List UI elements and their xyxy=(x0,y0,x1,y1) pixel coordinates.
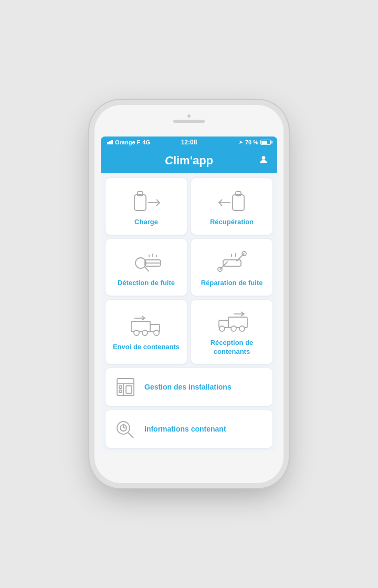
time-label: 12:08 xyxy=(181,139,197,146)
signal-bar-2 xyxy=(109,141,111,144)
svg-point-0 xyxy=(262,156,266,160)
menu-card-recuperation[interactable]: Récupération xyxy=(191,177,273,235)
reception-label: Réception de contenants xyxy=(196,339,267,356)
battery-fill xyxy=(261,141,267,144)
svg-point-21 xyxy=(134,330,139,335)
svg-rect-35 xyxy=(126,386,132,393)
menu-list-item-informations[interactable]: Informations contenant xyxy=(105,410,273,448)
svg-point-7 xyxy=(135,258,146,268)
svg-rect-1 xyxy=(134,195,146,211)
detection-label: Détection de fuite xyxy=(118,279,175,288)
menu-list-item-gestion[interactable]: Gestion des installations xyxy=(105,368,273,406)
menu-card-reception[interactable]: Réception de contenants xyxy=(191,299,273,364)
title-c: C xyxy=(165,154,173,167)
svg-point-28 xyxy=(231,326,236,331)
menu-card-envoi[interactable]: Envoi de contenants xyxy=(105,299,187,364)
envoi-label: Envoi de contenants xyxy=(113,343,180,352)
svg-point-22 xyxy=(142,330,148,335)
envoi-icon xyxy=(132,313,161,338)
profile-icon[interactable] xyxy=(258,154,269,167)
menu-grid: Charge Récupération xyxy=(105,177,273,364)
menu-card-reparation[interactable]: Réparation de fuite xyxy=(191,238,273,296)
main-content: Charge Récupération xyxy=(101,173,277,452)
recuperation-label: Récupération xyxy=(210,218,254,227)
app-header: Clim'app xyxy=(101,148,277,173)
svg-line-38 xyxy=(128,433,133,438)
battery-icon xyxy=(260,140,271,145)
menu-card-charge[interactable]: Charge xyxy=(105,177,187,235)
signal-bar-3 xyxy=(111,140,113,144)
title-rest: lim'app xyxy=(173,154,213,167)
svg-rect-25 xyxy=(228,317,247,328)
detection-icon xyxy=(132,249,161,274)
status-left: Orange F 4G xyxy=(107,139,150,145)
svg-point-23 xyxy=(154,330,159,335)
status-right: ➤ 70 % xyxy=(239,139,271,145)
charge-icon xyxy=(132,188,161,213)
signal-bar-1 xyxy=(107,142,109,144)
phone-shell: Orange F 4G 12:08 ➤ 70 % Clim'app xyxy=(94,105,284,483)
signal-bars xyxy=(107,140,113,144)
svg-point-27 xyxy=(219,326,225,331)
recuperation-icon xyxy=(217,188,247,213)
phone-speaker xyxy=(173,120,205,123)
status-bar: Orange F 4G 12:08 ➤ 70 % xyxy=(101,136,277,148)
informations-icon xyxy=(114,417,137,440)
phone-screen: Orange F 4G 12:08 ➤ 70 % Clim'app xyxy=(101,136,277,452)
charge-label: Charge xyxy=(134,218,158,227)
gestion-label: Gestion des installations xyxy=(144,383,232,391)
svg-rect-4 xyxy=(233,195,244,211)
informations-label: Informations contenant xyxy=(144,425,226,433)
reparation-label: Réparation de fuite xyxy=(201,279,263,288)
carrier-label: Orange F xyxy=(115,139,140,145)
svg-rect-36 xyxy=(119,390,122,393)
svg-rect-34 xyxy=(119,386,122,388)
svg-point-29 xyxy=(239,326,245,331)
location-icon: ➤ xyxy=(239,140,243,145)
gestion-icon xyxy=(114,375,137,398)
network-label: 4G xyxy=(142,139,150,145)
app-title: Clim'app xyxy=(165,154,213,167)
reparation-icon xyxy=(217,249,247,274)
svg-line-8 xyxy=(145,267,149,271)
reception-icon xyxy=(217,309,247,333)
menu-card-detection[interactable]: Détection de fuite xyxy=(105,238,187,296)
svg-rect-19 xyxy=(131,321,150,332)
battery-percent: 70 % xyxy=(245,139,258,145)
